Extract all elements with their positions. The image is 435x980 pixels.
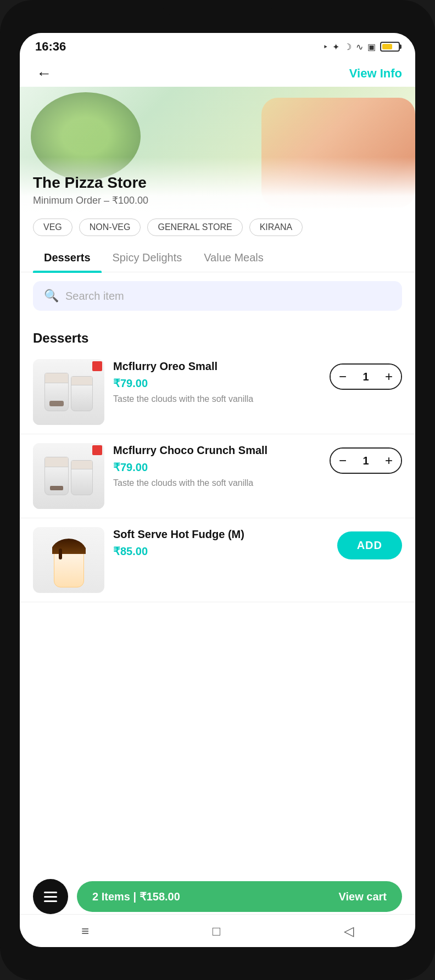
- add-button-hotfudge[interactable]: ADD: [337, 531, 402, 559]
- item-image-mcflurry-choco: [33, 443, 104, 509]
- battery-icon: [380, 42, 400, 52]
- tab-spicy-delights[interactable]: Spicy Delights: [102, 242, 193, 272]
- menu-item-mcflurry-choco: Mcflurry Choco Crunch Small ₹79.00 Taste…: [20, 434, 415, 518]
- mcflurry-oreo-image: [33, 359, 104, 425]
- bluetooth-icon: ‣: [323, 42, 328, 52]
- stepper-mcflurry-oreo: − 1 +: [330, 363, 402, 390]
- back-arrow-icon: ←: [36, 65, 52, 82]
- item-price-mcflurry-choco: ₹79.00: [113, 461, 321, 474]
- item-name-mcflurry-oreo: Mcflurry Oreo Small: [113, 359, 321, 373]
- min-order: Minimum Order – ₹100.00: [33, 194, 402, 206]
- tag-veg[interactable]: VEG: [33, 219, 72, 236]
- cup-1: [44, 373, 69, 411]
- nonveg-indicator-2: [92, 445, 102, 455]
- cup-top-2: [71, 377, 92, 385]
- cup-cookies: [49, 401, 64, 406]
- wifi-icon: ∿: [356, 42, 363, 52]
- menu-item-hotfudge: Soft Serve Hot Fudge (M) ₹85.00 ADD: [20, 518, 415, 602]
- content-scroll[interactable]: Desserts: [20, 320, 415, 947]
- view-cart-button[interactable]: View cart: [339, 891, 387, 903]
- cup-2: [71, 376, 93, 411]
- choco-cup-1: [44, 457, 69, 495]
- cup-top-1: [45, 373, 68, 383]
- hotfudge-image: [33, 527, 104, 593]
- tag-general[interactable]: GENERAL STORE: [147, 219, 242, 236]
- mcflurry-choco-image: [33, 443, 104, 509]
- item-name-hotfudge: Soft Serve Hot Fudge (M): [113, 527, 328, 541]
- tab-desserts[interactable]: Desserts: [33, 242, 102, 272]
- item-details-mcflurry-choco: Mcflurry Choco Crunch Small ₹79.00 Taste…: [113, 443, 321, 489]
- battery-fill: [382, 44, 392, 49]
- item-price-hotfudge: ₹85.00: [113, 545, 328, 558]
- item-price-mcflurry-oreo: ₹79.00: [113, 377, 321, 390]
- status-bar: 16:36 ‣ ✦ ☽ ∿ ▣: [20, 33, 415, 58]
- stepper-mcflurry-choco: − 1 +: [330, 447, 402, 474]
- search-box[interactable]: 🔍 Search item: [33, 281, 402, 311]
- dual-cups-image-2: [39, 451, 98, 501]
- status-icons: ‣ ✦ ☽ ∿ ▣: [323, 42, 400, 52]
- section-title-desserts: Desserts: [20, 320, 415, 350]
- cart-info: 2 Items | ₹158.00: [92, 890, 180, 903]
- tags-row: VEG NON-VEG GENERAL STORE KIRANA: [20, 213, 415, 242]
- nav-bar: ≡ □ ◁: [20, 914, 415, 947]
- item-desc-mcflurry-oreo: Taste the clouds with the soft vanilla: [113, 393, 321, 405]
- search-input[interactable]: Search item: [65, 290, 124, 303]
- sundae-cup: [54, 544, 84, 587]
- moon-icon: ☽: [344, 42, 352, 52]
- status-time: 16:36: [35, 40, 66, 54]
- sundae-fudge: [52, 539, 86, 554]
- item-image-mcflurry-oreo: [33, 359, 104, 425]
- stepper-increase-mcflurry-oreo[interactable]: +: [377, 365, 401, 389]
- sundae-drip: [59, 548, 62, 559]
- nav-menu-icon[interactable]: ≡: [81, 923, 89, 939]
- item-action-mcflurry-oreo: − 1 +: [330, 359, 402, 390]
- item-desc-mcflurry-choco: Taste the clouds with the soft vanilla: [113, 477, 321, 489]
- item-image-hotfudge: [33, 527, 104, 593]
- phone-screen: 16:36 ‣ ✦ ☽ ∿ ▣ ← View Info: [20, 33, 415, 947]
- item-details-mcflurry-oreo: Mcflurry Oreo Small ₹79.00 Taste the clo…: [113, 359, 321, 405]
- back-button[interactable]: ←: [33, 63, 55, 85]
- bottom-bar: 2 Items | ₹158.00 View cart: [20, 879, 415, 914]
- cart-bar[interactable]: 2 Items | ₹158.00 View cart: [77, 881, 402, 912]
- tab-value-meals[interactable]: Value Meals: [193, 242, 275, 272]
- sundae-wrap: [33, 527, 104, 593]
- choco-cup-top-1: [45, 457, 68, 467]
- tag-nonveg[interactable]: NON-VEG: [79, 219, 141, 236]
- menu-fab-button[interactable]: [33, 879, 68, 914]
- nav-home-icon[interactable]: □: [213, 923, 221, 939]
- choco-cup-top-2: [71, 461, 92, 469]
- item-name-mcflurry-choco: Mcflurry Choco Crunch Small: [113, 443, 321, 457]
- item-action-mcflurry-choco: − 1 +: [330, 443, 402, 474]
- tag-kirana[interactable]: KIRANA: [249, 219, 303, 236]
- restaurant-name: The Pizza Store: [33, 173, 402, 192]
- stepper-decrease-mcflurry-choco[interactable]: −: [331, 449, 355, 473]
- search-icon: 🔍: [44, 289, 59, 303]
- restaurant-hero: The Pizza Store Minimum Order – ₹100.00: [20, 87, 415, 213]
- bluetooth-symbol: ✦: [332, 42, 339, 52]
- choco-crunch: [50, 486, 63, 490]
- tabs-row: Desserts Spicy Delights Value Meals: [20, 242, 415, 272]
- hero-overlay: The Pizza Store Minimum Order – ₹100.00: [20, 157, 415, 213]
- stepper-count-mcflurry-oreo: 1: [355, 371, 377, 383]
- menu-item-mcflurry-oreo: Mcflurry Oreo Small ₹79.00 Taste the clo…: [20, 350, 415, 434]
- search-container: 🔍 Search item: [20, 272, 415, 320]
- nonveg-indicator: [92, 361, 102, 371]
- screen-icon: ▣: [367, 42, 376, 52]
- stepper-increase-mcflurry-choco[interactable]: +: [377, 449, 401, 473]
- stepper-count-mcflurry-choco: 1: [355, 455, 377, 467]
- choco-cup-2: [71, 460, 93, 495]
- header: ← View Info: [20, 58, 415, 87]
- nav-back-icon[interactable]: ◁: [344, 923, 354, 939]
- item-details-hotfudge: Soft Serve Hot Fudge (M) ₹85.00: [113, 527, 328, 561]
- phone-notch: [163, 0, 272, 15]
- item-action-hotfudge: ADD: [337, 527, 402, 559]
- stepper-decrease-mcflurry-oreo[interactable]: −: [331, 365, 355, 389]
- view-info-button[interactable]: View Info: [349, 66, 402, 81]
- phone-frame: 16:36 ‣ ✦ ☽ ∿ ▣ ← View Info: [0, 0, 435, 980]
- hamburger-icon: [44, 892, 57, 902]
- dual-cups-image: [39, 367, 98, 417]
